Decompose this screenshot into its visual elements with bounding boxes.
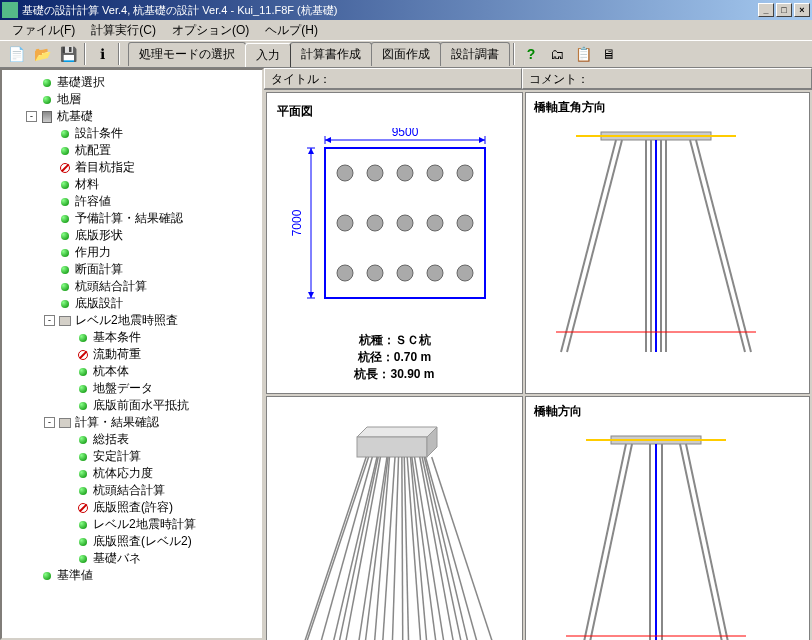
tree-toggle[interactable]: - (44, 417, 55, 428)
tree-item[interactable]: 基本条件 (6, 329, 258, 346)
tree-item[interactable]: 地層 (6, 91, 258, 108)
menu-option[interactable]: オプション(O) (164, 20, 257, 40)
tab-drawing[interactable]: 図面作成 (371, 42, 441, 66)
tree-item[interactable]: 底版形状 (6, 227, 258, 244)
tree-item[interactable]: 設計条件 (6, 125, 258, 142)
tree-item[interactable]: 底版照査(レベル2) (6, 533, 258, 550)
svg-point-15 (397, 165, 413, 181)
save-file-button[interactable]: 💾 (56, 42, 80, 66)
tool-button-3[interactable]: 🖥 (597, 42, 621, 66)
tree-item-label: 底版前面水平抵抗 (93, 397, 189, 414)
menu-file[interactable]: ファイル(F) (4, 20, 83, 40)
tab-mode[interactable]: 処理モードの選択 (128, 42, 246, 66)
status-ok-icon (41, 570, 53, 582)
plan-diagram: 9500 7000 (285, 128, 505, 328)
svg-line-61 (422, 457, 462, 640)
tree-item-label: 総括表 (93, 431, 129, 448)
status-ok-icon (59, 230, 71, 242)
tree-item-label: 基本条件 (93, 329, 141, 346)
svg-point-24 (367, 265, 383, 281)
close-button[interactable]: × (794, 3, 810, 17)
svg-text:9500: 9500 (391, 128, 418, 139)
svg-line-63 (426, 457, 479, 640)
status-disabled-icon (77, 349, 89, 361)
tree-item[interactable]: 底版設計 (6, 295, 258, 312)
menu-help[interactable]: ヘルプ(H) (257, 20, 326, 40)
tab-design[interactable]: 設計調書 (440, 42, 510, 66)
tree-item[interactable]: 材料 (6, 176, 258, 193)
model-3d-pane (266, 396, 523, 640)
status-ok-icon (77, 519, 89, 531)
tree-item[interactable]: 杭配置 (6, 142, 258, 159)
tool-button-2[interactable]: 📋 (571, 42, 595, 66)
tool-button-1[interactable]: 🗂 (545, 42, 569, 66)
status-ok-icon (59, 179, 71, 191)
status-ok-icon (59, 128, 71, 140)
tree-item[interactable]: 許容値 (6, 193, 258, 210)
tree-item[interactable]: 着目杭指定 (6, 159, 258, 176)
maximize-button[interactable]: □ (776, 3, 792, 17)
tree-item-label: 底版照査(許容) (93, 499, 173, 516)
status-disabled-icon (59, 162, 71, 174)
tree-item[interactable]: 作用力 (6, 244, 258, 261)
status-ok-icon (41, 94, 53, 106)
tab-calcbook[interactable]: 計算書作成 (290, 42, 372, 66)
tree-item[interactable]: 杭頭結合計算 (6, 482, 258, 499)
tree-item[interactable]: 基準値 (6, 567, 258, 584)
tree-item[interactable]: 杭本体 (6, 363, 258, 380)
tree-item-label: 安定計算 (93, 448, 141, 465)
tree-item-label: 杭基礎 (57, 108, 93, 125)
tree-item[interactable]: 総括表 (6, 431, 258, 448)
tree-item-label: 材料 (75, 176, 99, 193)
svg-line-68 (587, 444, 632, 640)
tree-item[interactable]: 基礎バネ (6, 550, 258, 567)
status-ok-icon (77, 383, 89, 395)
open-file-button[interactable]: 📂 (30, 42, 54, 66)
new-file-button[interactable]: 📄 (4, 42, 28, 66)
menu-calc[interactable]: 計算実行(C) (83, 20, 164, 40)
ortho-diagram (526, 122, 786, 362)
tree-item-label: 許容値 (75, 193, 111, 210)
tree-item[interactable]: 安定計算 (6, 448, 258, 465)
status-ok-icon (59, 281, 71, 293)
tree-toggle[interactable]: - (26, 111, 37, 122)
tree-item[interactable]: 杭体応力度 (6, 465, 258, 482)
tree-sidebar[interactable]: 基礎選択地層-杭基礎設計条件杭配置着目杭指定材料許容値予備計算・結果確認底版形状… (0, 68, 264, 640)
tree-item[interactable]: 流動荷重 (6, 346, 258, 363)
tree-item[interactable]: -計算・結果確認 (6, 414, 258, 431)
plan-view-label: 平面図 (277, 103, 512, 120)
header-comment: コメント： (522, 68, 812, 89)
tree-toggle[interactable]: - (44, 315, 55, 326)
status-ok-icon (59, 145, 71, 157)
status-ok-icon (77, 485, 89, 497)
help-button[interactable]: ? (519, 42, 543, 66)
tree-item[interactable]: 基礎選択 (6, 74, 258, 91)
tree-item[interactable]: 杭頭結合計算 (6, 278, 258, 295)
toolbar-separator (84, 43, 86, 65)
pile-info: 杭種：ＳＣ杭 杭径：0.70 m 杭長：30.90 m (277, 332, 512, 383)
tree-item[interactable]: 断面計算 (6, 261, 258, 278)
info-button[interactable]: ℹ (90, 42, 114, 66)
tree-item[interactable]: 予備計算・結果確認 (6, 210, 258, 227)
status-ok-icon (77, 468, 89, 480)
tree-item[interactable]: 底版照査(許容) (6, 499, 258, 516)
status-ok-icon (59, 196, 71, 208)
svg-rect-41 (357, 437, 427, 457)
axis-diagram (526, 426, 786, 640)
tree-item-label: 底版設計 (75, 295, 123, 312)
svg-point-13 (337, 165, 353, 181)
tree-item-label: レベル2地震時照査 (75, 312, 178, 329)
svg-marker-10 (308, 292, 314, 298)
svg-marker-9 (308, 148, 314, 154)
tree-item[interactable]: レベル2地震時計算 (6, 516, 258, 533)
svg-point-16 (427, 165, 443, 181)
tree-item-label: 底版形状 (75, 227, 123, 244)
tree-item[interactable]: 地盤データ (6, 380, 258, 397)
tree-item[interactable]: 底版前面水平抵抗 (6, 397, 258, 414)
minimize-button[interactable]: _ (758, 3, 774, 17)
tree-item[interactable]: -杭基礎 (6, 108, 258, 125)
tree-item[interactable]: -レベル2地震時照査 (6, 312, 258, 329)
pile-icon (41, 111, 53, 123)
tab-input[interactable]: 入力 (245, 43, 291, 67)
ortho-view-label: 橋軸直角方向 (526, 93, 809, 122)
